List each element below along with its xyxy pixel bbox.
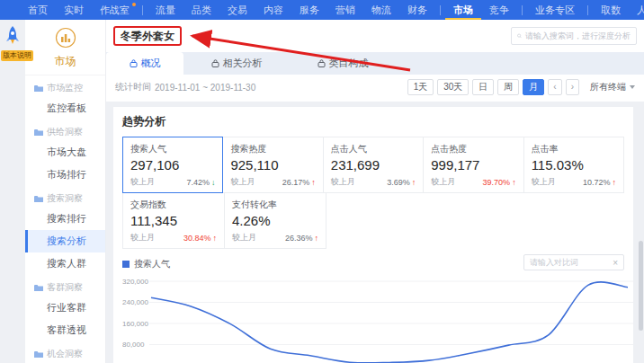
metric-card[interactable]: 搜索热度925,110较上月26.17%↑ xyxy=(222,137,323,193)
tab-label: 概况 xyxy=(141,57,161,70)
quick-range-button[interactable]: 1天 xyxy=(407,79,434,95)
prev-page-button[interactable]: ‹ xyxy=(548,79,561,95)
metric-footer: 较上月3.69%↑ xyxy=(331,176,416,188)
metric-label: 交易指数 xyxy=(130,199,217,211)
sidebar-header: 市场 xyxy=(25,20,105,75)
sidebar-group-label[interactable]: 市场监控 xyxy=(25,75,105,97)
vs-label: 较上月 xyxy=(532,176,556,188)
tab-lock-icon xyxy=(318,59,326,67)
folder-icon xyxy=(34,128,43,137)
nav-divider xyxy=(587,5,588,15)
nav-divider xyxy=(522,5,523,15)
metric-value: 115.03% xyxy=(532,157,616,173)
nav-item[interactable]: 竞争 xyxy=(481,0,517,20)
metric-value: 925,110 xyxy=(230,157,315,173)
nav-item[interactable]: 业务专区 xyxy=(527,0,583,20)
terminal-label: 所有终端 xyxy=(590,81,626,93)
trend-line xyxy=(151,282,628,363)
sidebar-item[interactable]: 搜索分析 xyxy=(25,230,105,252)
compare-keyword-input[interactable]: 请输入对比词 × xyxy=(523,254,624,270)
left-rail: 版本说明 xyxy=(0,20,25,363)
sidebar-menu: 市场监控监控看板供给洞察市场大盘市场排行搜索洞察搜索排行搜索分析搜索人群客群洞察… xyxy=(25,75,105,363)
granularity-button[interactable]: 月 xyxy=(523,79,544,95)
y-tick-label: 240,000 xyxy=(122,298,148,306)
nav-item[interactable]: 服务 xyxy=(291,0,327,20)
main-content: 冬季外套女 请输入搜索词，进行深度分析 概况相关分析类目构成 统计时间 xyxy=(106,20,644,363)
folder-icon xyxy=(34,195,43,203)
filter-buttons: 1天30天日周月‹›所有终端 xyxy=(407,79,635,95)
nav-item[interactable]: 作战室 xyxy=(92,0,138,20)
search-input[interactable]: 请输入搜索词，进行深度分析 xyxy=(511,27,637,45)
sidebar-group-label[interactable]: 客群洞察 xyxy=(25,275,105,297)
clear-icon[interactable]: × xyxy=(613,258,618,268)
nav-item[interactable]: 实时 xyxy=(56,0,92,20)
next-page-button[interactable]: › xyxy=(566,79,579,95)
nav-item[interactable]: 首页 xyxy=(20,0,56,20)
metric-value: 4.26% xyxy=(232,213,318,228)
quick-range-button[interactable]: 30天 xyxy=(437,79,469,95)
nav-item[interactable]: 取数 xyxy=(593,0,629,20)
sidebar: 市场 市场监控监控看板供给洞察市场大盘市场排行搜索洞察搜索排行搜索分析搜索人群客… xyxy=(25,20,106,363)
sidebar-group-text: 搜索洞察 xyxy=(47,192,83,205)
sidebar-item[interactable]: 市场排行 xyxy=(25,164,105,186)
nav-item[interactable]: 财务 xyxy=(399,0,435,20)
nav-item[interactable]: 市场 xyxy=(445,0,481,20)
tab-label: 相关分析 xyxy=(223,57,263,70)
nav-item[interactable]: 人群管理 xyxy=(629,0,644,20)
sidebar-item[interactable]: 监控看板 xyxy=(25,97,105,120)
y-tick-label: 80,000 xyxy=(122,341,145,349)
metric-pct: 7.42% xyxy=(186,178,210,187)
sidebar-item[interactable]: 搜索排行 xyxy=(25,208,105,230)
keyword-highlight: 冬季外套女 xyxy=(113,26,182,46)
sidebar-group-label[interactable]: 机会洞察 xyxy=(25,341,105,363)
nav-divider xyxy=(142,5,143,15)
metric-pct: 30.84% xyxy=(183,234,211,243)
metric-card[interactable]: 交易指数111,345较上月30.84%↑ xyxy=(122,192,225,249)
nav-item[interactable]: 物流 xyxy=(363,0,399,20)
metric-card[interactable]: 搜索人气297,106较上月7.42%↓ xyxy=(122,137,223,193)
tab-类目构成[interactable]: 类目构成 xyxy=(290,52,396,75)
app-body: 版本说明 市场 市场监控监控看板供给洞察市场大盘市场排行搜索洞察搜索排行搜索分析… xyxy=(0,20,644,363)
tab-lock-icon xyxy=(211,59,219,67)
sidebar-item[interactable]: 搜索人群 xyxy=(25,252,105,275)
filter-bar: 统计时间 2019-11-01 ~ 2019-11-30 1天30天日周月‹›所… xyxy=(106,75,644,102)
date-range-value: 2019-11-01 ~ 2019-11-30 xyxy=(155,83,255,93)
nav-divider xyxy=(440,5,441,15)
granularity-button[interactable]: 日 xyxy=(472,79,494,95)
tab-相关分析[interactable]: 相关分析 xyxy=(183,52,290,75)
y-tick-label: 320,000 xyxy=(122,278,148,286)
tab-bar: 概况相关分析类目构成 xyxy=(106,52,644,75)
metric-card[interactable]: 支付转化率4.26%较上月26.36%↑ xyxy=(224,192,326,249)
tab-概况[interactable]: 概况 xyxy=(106,52,183,75)
metric-cards-row2: 交易指数111,345较上月30.84%↑支付转化率4.26%较上月26.36%… xyxy=(122,193,624,249)
version-badge[interactable]: 版本说明 xyxy=(1,50,33,61)
nav-item[interactable]: 交易 xyxy=(219,0,255,20)
metric-label: 点击率 xyxy=(532,143,616,155)
nav-item[interactable]: 流量 xyxy=(148,0,183,20)
sidebar-item[interactable]: 市场大盘 xyxy=(25,141,105,164)
scrollbar[interactable] xyxy=(639,241,643,331)
metric-pct: 26.36% xyxy=(285,234,313,243)
notification-dot-icon xyxy=(132,3,136,6)
sidebar-group-label[interactable]: 供给洞察 xyxy=(25,120,105,141)
arrow-up-icon: ↑ xyxy=(512,178,516,187)
nav-item[interactable]: 品类 xyxy=(183,0,219,20)
metric-card[interactable]: 点击人气231,699较上月3.69%↑ xyxy=(323,137,424,193)
sidebar-item[interactable]: 客群透视 xyxy=(25,319,105,341)
sidebar-group-text: 供给洞察 xyxy=(47,126,83,138)
metric-card[interactable]: 点击率115.03%较上月10.72%↑ xyxy=(523,137,624,193)
terminal-dropdown[interactable]: 所有终端 xyxy=(590,81,635,93)
metric-label: 搜索人气 xyxy=(130,143,215,155)
chevron-down-icon xyxy=(630,85,635,89)
granularity-button[interactable]: 周 xyxy=(497,79,519,95)
sidebar-item[interactable]: 行业客群 xyxy=(25,297,105,319)
nav-item[interactable]: 内容 xyxy=(255,0,291,20)
sidebar-group-label[interactable]: 搜索洞察 xyxy=(25,186,105,208)
metric-card[interactable]: 点击热度999,177较上月39.70%↑ xyxy=(423,137,523,193)
metric-label: 支付转化率 xyxy=(232,199,318,211)
arrow-up-icon: ↑ xyxy=(311,178,316,187)
nav-item[interactable]: 营销 xyxy=(327,0,363,20)
top-nav: 首页实时作战室流量品类交易内容服务营销物流财务市场竞争业务专区取数人群管理学院 xyxy=(0,0,644,20)
metric-footer: 较上月10.72%↑ xyxy=(532,176,616,188)
rocket-icon[interactable] xyxy=(5,26,20,46)
